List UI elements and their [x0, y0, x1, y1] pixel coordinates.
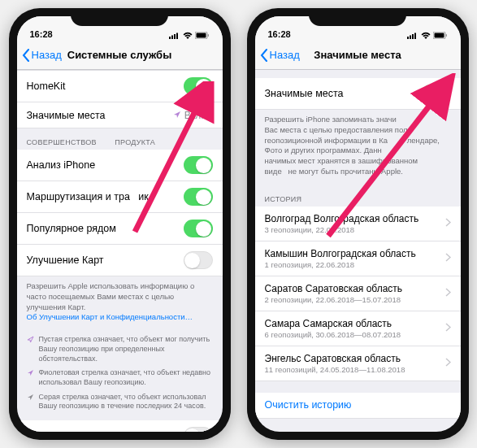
nav-bar: Назад Значимые места — [255, 41, 461, 70]
phone-left: 16:28 Назад Системные службы HomeKit Зна… — [9, 8, 231, 440]
svg-rect-3 — [176, 33, 178, 40]
svg-rect-13 — [434, 33, 444, 38]
toggle-analyze[interactable] — [184, 156, 213, 174]
screen-right: 16:28 Назад Значимые места Значимые мест… — [255, 16, 461, 432]
svg-rect-1 — [171, 36, 173, 40]
back-button[interactable]: Назад — [260, 49, 300, 62]
toggle-homekit[interactable] — [184, 77, 213, 95]
back-button[interactable]: Назад — [22, 49, 62, 62]
history-item[interactable]: Саратов Саратовская область2 геопозиции,… — [255, 276, 461, 311]
history-item[interactable]: Самара Самарская область6 геопозиций, 30… — [255, 311, 461, 346]
svg-rect-8 — [407, 37, 409, 39]
history-item[interactable]: Камышин Волгоградская область1 геопозици… — [255, 241, 461, 276]
chevron-left-icon — [260, 49, 268, 62]
status-time: 16:28 — [30, 29, 53, 39]
legend: Пустая стрелка означает, что объект мог … — [17, 331, 223, 420]
legend-hollow: Пустая стрелка означает, что объект мог … — [27, 335, 213, 363]
cell-routing[interactable]: Маршрутизация и тра ик — [17, 181, 223, 213]
hollow-arrow-icon — [27, 336, 34, 346]
toggle-significant[interactable] — [422, 85, 451, 102]
cell-homekit[interactable]: HomeKit — [17, 70, 223, 102]
chevron-right-icon — [445, 218, 451, 229]
purple-arrow-icon — [27, 369, 34, 380]
svg-rect-9 — [410, 36, 411, 40]
toggle-popular[interactable] — [184, 220, 213, 237]
toggle-maps-improve[interactable] — [184, 251, 213, 269]
section-header-history: ИСТОРИЯ — [255, 185, 461, 207]
svg-rect-2 — [174, 34, 176, 39]
svg-rect-14 — [445, 34, 447, 37]
nav-title: Системные службы — [67, 49, 172, 61]
wifi-icon — [183, 32, 193, 39]
history-item[interactable]: Энгельс Саратовская область11 геопозиций… — [255, 346, 461, 381]
svg-rect-6 — [207, 34, 209, 37]
footer-maps: Разрешить Apple использовать информацию … — [17, 276, 223, 331]
section-header-improve: СОВЕРШЕНСТВОВ ПРОДУКТА — [17, 128, 223, 150]
clear-history-button[interactable]: Очистить историю — [255, 393, 461, 419]
chevron-right-icon — [207, 110, 213, 121]
chevron-right-icon — [445, 323, 451, 334]
legend-purple: Фиолетовая стрелка означает, что объект … — [27, 368, 213, 387]
gray-arrow-icon — [27, 394, 34, 404]
content-left: HomeKit Значимые места Вкл. СОВЕРШЕНСТВО… — [17, 70, 223, 432]
nav-title: Значимые места — [314, 49, 401, 61]
svg-rect-5 — [196, 33, 206, 38]
chevron-right-icon — [445, 253, 451, 264]
cell-significant-toggle[interactable]: Значимые места — [255, 78, 461, 110]
status-time: 16:28 — [268, 29, 291, 39]
cell-maps-improve[interactable]: Улучшение Карт — [17, 245, 223, 276]
signal-icon — [169, 32, 180, 39]
chevron-right-icon — [445, 358, 451, 369]
signal-icon — [407, 32, 418, 39]
toggle-status-icon[interactable] — [184, 427, 213, 432]
battery-icon — [433, 32, 448, 39]
cell-popular[interactable]: Популярное рядом — [17, 213, 223, 245]
battery-icon — [195, 32, 210, 39]
svg-rect-10 — [412, 34, 414, 39]
svg-rect-0 — [169, 37, 171, 39]
privacy-link[interactable]: Об Улучшении Карт и Конфиденциальности… — [27, 312, 193, 321]
location-arrow-icon — [173, 110, 181, 121]
chevron-left-icon — [22, 49, 30, 62]
cell-analyze[interactable]: Анализ iPhone — [17, 150, 223, 181]
content-right: Значимые места Разрешить iPhone запомина… — [255, 70, 461, 432]
notch — [71, 8, 168, 26]
notch — [309, 8, 406, 26]
footer-desc: Разрешить iPhone запоминать значи Вас ме… — [255, 110, 461, 185]
cell-significant-locations[interactable]: Значимые места Вкл. — [17, 102, 223, 128]
toggle-routing[interactable] — [184, 188, 213, 206]
legend-gray: Серая стрелка означает, что объект испол… — [27, 393, 213, 411]
cell-status-icon[interactable]: Значок в меню статуса — [17, 420, 223, 432]
phone-right: 16:28 Назад Значимые места Значимые мест… — [247, 8, 469, 440]
screen-left: 16:28 Назад Системные службы HomeKit Зна… — [17, 16, 223, 432]
nav-bar: Назад Системные службы — [17, 41, 223, 70]
svg-rect-11 — [414, 33, 416, 40]
history-item[interactable]: Волгоград Волгоградская область3 геопози… — [255, 207, 461, 241]
wifi-icon — [421, 32, 431, 39]
chevron-right-icon — [445, 288, 451, 299]
